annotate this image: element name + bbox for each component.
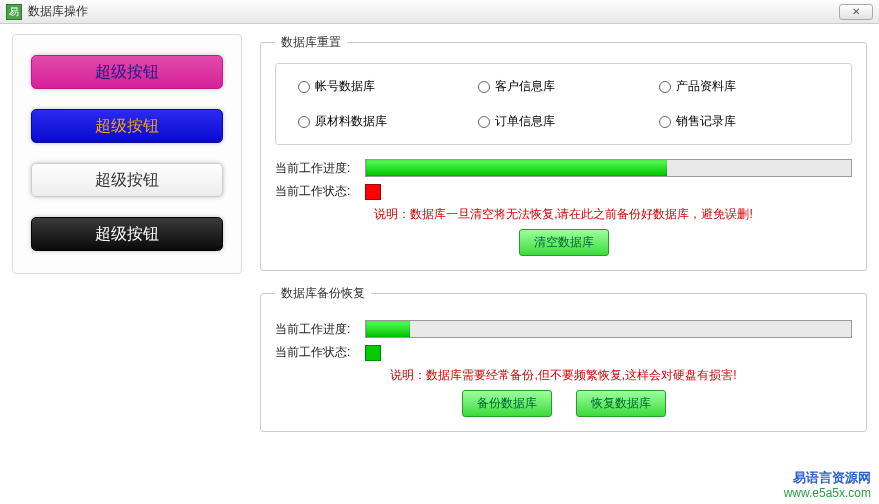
radio-customer-db[interactable]: 客户信息库 [478,78,648,95]
radio-product-db[interactable]: 产品资料库 [659,78,829,95]
radio-icon [659,81,671,93]
close-button[interactable]: ✕ [839,4,873,20]
reset-progress-fill [366,160,667,176]
database-backup-group: 数据库备份恢复 当前工作进度: 当前工作状态: 说明：数据库需要经常备份,但不要… [260,285,867,432]
status-label: 当前工作状态: [275,344,357,361]
status-indicator-green [365,345,381,361]
watermark: 易语言资源网 www.e5a5x.com [784,470,871,500]
watermark-line1: 易语言资源网 [784,470,871,486]
super-button-1[interactable]: 超级按钮 [31,55,223,89]
progress-label: 当前工作进度: [275,321,357,338]
database-reset-group: 数据库重置 帐号数据库 客户信息库 产品资料库 原材料数据库 订单信息库 销售记… [260,34,867,271]
backup-progress-fill [366,321,410,337]
sidebar: 超级按钮 超级按钮 超级按钮 超级按钮 [12,34,242,274]
backup-progress-bar [365,320,852,338]
radio-grid: 帐号数据库 客户信息库 产品资料库 原材料数据库 订单信息库 销售记录库 [275,63,852,145]
radio-label: 客户信息库 [495,78,555,95]
status-label: 当前工作状态: [275,183,357,200]
radio-label: 销售记录库 [676,113,736,130]
radio-icon [478,81,490,93]
radio-label: 产品资料库 [676,78,736,95]
radio-icon [659,116,671,128]
backup-database-button[interactable]: 备份数据库 [462,390,552,417]
radio-icon [298,81,310,93]
reset-hint: 说明：数据库一旦清空将无法恢复,请在此之前备份好数据库，避免误删! [275,206,852,223]
radio-material-db[interactable]: 原材料数据库 [298,113,468,130]
title-bar: 易 数据库操作 ✕ [0,0,879,24]
app-icon: 易 [6,4,22,20]
window-title: 数据库操作 [28,3,839,20]
radio-label: 帐号数据库 [315,78,375,95]
super-button-4[interactable]: 超级按钮 [31,217,223,251]
radio-label: 订单信息库 [495,113,555,130]
radio-icon [298,116,310,128]
backup-hint: 说明：数据库需要经常备份,但不要频繁恢复,这样会对硬盘有损害! [275,367,852,384]
watermark-line2: www.e5a5x.com [784,486,871,500]
restore-database-button[interactable]: 恢复数据库 [576,390,666,417]
radio-icon [478,116,490,128]
progress-label: 当前工作进度: [275,160,357,177]
super-button-2[interactable]: 超级按钮 [31,109,223,143]
super-button-3[interactable]: 超级按钮 [31,163,223,197]
radio-sales-db[interactable]: 销售记录库 [659,113,829,130]
radio-order-db[interactable]: 订单信息库 [478,113,648,130]
status-indicator-red [365,184,381,200]
reset-progress-bar [365,159,852,177]
reset-legend: 数据库重置 [275,34,347,51]
clear-database-button[interactable]: 清空数据库 [519,229,609,256]
radio-account-db[interactable]: 帐号数据库 [298,78,468,95]
backup-legend: 数据库备份恢复 [275,285,371,302]
radio-label: 原材料数据库 [315,113,387,130]
